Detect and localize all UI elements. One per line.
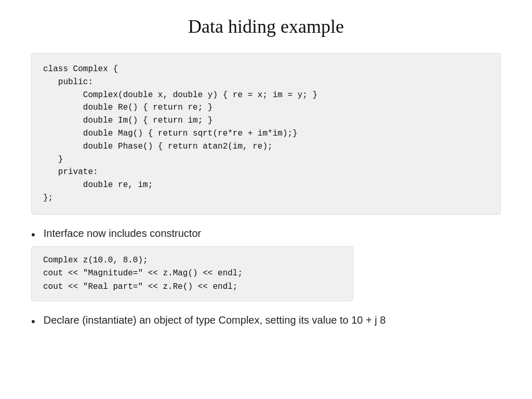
bullet-text-1: Interface now includes constructor: [44, 226, 501, 241]
bullet-text-2: Declare (instantiate) an object of type …: [44, 313, 501, 327]
bullet-dot-2: •: [31, 314, 35, 330]
small-code-block: Complex z(10.0, 8.0); cout << "Magnitude…: [31, 246, 353, 302]
page-title: Data hiding example: [31, 16, 501, 37]
bullet-item-2: • Declare (instantiate) an object of typ…: [31, 313, 501, 330]
bullet-dot-1: •: [31, 227, 35, 243]
bullet-item-1: • Interface now includes constructor: [31, 226, 501, 243]
main-code-block: class Complex { public: Complex(double x…: [31, 53, 501, 215]
